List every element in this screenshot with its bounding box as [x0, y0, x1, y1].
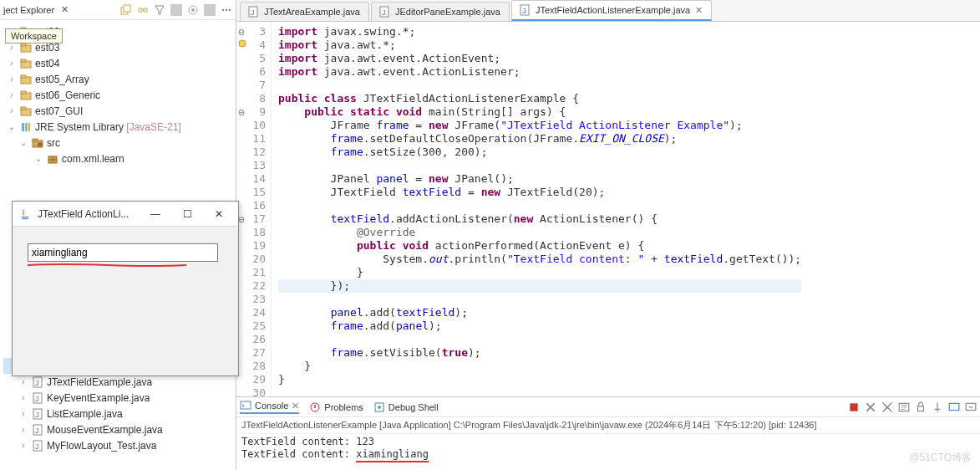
tree-file-item[interactable]: ›JMyFlowLayout_Test.java: [3, 437, 236, 453]
tree-item[interactable]: ›est07_GUI: [3, 103, 236, 119]
link-editor-icon[interactable]: [137, 4, 149, 16]
collapse-all-icon[interactable]: [120, 4, 132, 16]
java-file-icon: J: [32, 424, 43, 436]
view-menu-icon[interactable]: [221, 4, 232, 16]
console-tab[interactable]: Console ✕: [240, 400, 299, 414]
editor-tab[interactable]: JJTextFieldActionListenerExample.java✕: [511, 0, 712, 21]
app-titlebar[interactable]: JTextField ActionLi... — ☐ ✕: [13, 202, 238, 227]
java-file-icon: J: [32, 376, 43, 388]
svg-point-24: [38, 142, 43, 147]
tree-label: MyFlowLayout_Test.java: [47, 440, 156, 452]
svg-rect-23: [33, 139, 38, 141]
tree-file-item[interactable]: ›JMouseEventExample.java: [3, 421, 236, 437]
editor-tabs: JJTextAreaExample.javaJJEditorPaneExampl…: [236, 0, 980, 22]
editor-code[interactable]: import javax.swing.*;import java.awt.*;i…: [272, 22, 801, 396]
java-file-icon: J: [32, 392, 43, 404]
close-tab-icon[interactable]: ✕: [292, 401, 299, 411]
console-tab[interactable]: Debug Shell: [373, 400, 439, 414]
java-file-icon: J: [247, 6, 259, 18]
code-editor[interactable]: ⊖345678⊖910111213141516⊖1718192021222324…: [236, 22, 980, 396]
tree-item[interactable]: ⌄JRE System Library [JavaSE-21]: [3, 119, 236, 135]
filter-icon[interactable]: [154, 4, 165, 16]
tree-label: JTextFieldExample.java: [47, 376, 152, 388]
twisty-icon[interactable]: ›: [18, 377, 28, 386]
display-console-icon[interactable]: [948, 401, 960, 413]
twisty-icon[interactable]: ⌄: [7, 122, 17, 131]
close-tab-icon[interactable]: ✕: [695, 5, 703, 16]
tree-file-item[interactable]: ›JKeyEventExample.java: [3, 390, 236, 406]
close-button[interactable]: ✕: [206, 204, 231, 224]
twisty-icon[interactable]: ›: [18, 409, 28, 418]
tree-label: ListExample.java: [47, 408, 123, 420]
svg-point-5: [226, 8, 228, 11]
minimize-button[interactable]: —: [143, 204, 168, 224]
twisty-icon[interactable]: ›: [18, 393, 28, 402]
tab-label: Problems: [324, 402, 363, 412]
tree-label: com.xml.learn: [62, 153, 124, 165]
twisty-icon[interactable]: ›: [7, 106, 17, 115]
svg-text:J: J: [35, 379, 39, 387]
tree-item[interactable]: ⌄com.xml.learn: [3, 151, 236, 166]
svg-rect-19: [22, 123, 24, 131]
twisty-icon[interactable]: ⌄: [18, 138, 28, 147]
svg-rect-20: [25, 123, 28, 131]
tree-file-item[interactable]: ›JListExample.java: [3, 406, 236, 421]
twisty-icon[interactable]: ›: [7, 90, 17, 100]
tree-item[interactable]: ›est05_Array: [3, 71, 236, 87]
remove-launch-icon[interactable]: [865, 401, 876, 413]
console-tab[interactable]: Problems: [309, 400, 363, 414]
running-app-window[interactable]: JTextField ActionLi... — ☐ ✕: [12, 201, 239, 376]
pin-console-icon[interactable]: [932, 401, 943, 413]
explorer-toolbar: [120, 4, 232, 16]
tree-label: est05_Array: [35, 74, 89, 85]
svg-point-50: [378, 406, 381, 409]
twisty-icon[interactable]: ›: [18, 441, 28, 450]
java-file-icon: J: [519, 4, 531, 16]
java-app-icon: [19, 208, 31, 220]
editor-tab[interactable]: JJTextAreaExample.java: [240, 2, 369, 21]
editor-gutter: ⊖345678⊖910111213141516⊖1718192021222324…: [236, 22, 272, 396]
svg-rect-21: [28, 123, 30, 131]
svg-point-46: [239, 40, 246, 47]
tree-label: MouseEventExample.java: [47, 424, 163, 436]
maximize-button[interactable]: ☐: [175, 204, 200, 224]
tree-label: KeyEventExample.java: [47, 392, 150, 404]
close-view-icon[interactable]: ✕: [58, 4, 72, 15]
console-output[interactable]: TextField content: 123TextField content:…: [236, 434, 980, 470]
tree-item[interactable]: ⌄src: [3, 135, 236, 151]
separator: [170, 4, 182, 16]
watermark: @51CTO博客: [909, 451, 972, 465]
twisty-icon[interactable]: ›: [18, 425, 28, 434]
svg-point-3: [191, 8, 195, 12]
twisty-icon[interactable]: ›: [7, 43, 17, 52]
svg-rect-1: [124, 5, 130, 12]
twisty-icon[interactable]: ›: [7, 59, 17, 68]
editor-tab[interactable]: JJEditorPaneExample.java: [371, 2, 510, 21]
svg-text:J: J: [251, 8, 255, 17]
annotation-underline: [28, 263, 223, 266]
tab-label: Console: [255, 401, 288, 411]
tab-label: Debug Shell: [388, 402, 439, 412]
open-console-icon[interactable]: [965, 401, 977, 413]
tab-label: JEditorPaneExample.java: [395, 7, 500, 17]
folder-icon: [47, 153, 58, 165]
tab-icon: [373, 401, 385, 413]
tree-item[interactable]: ›est04: [3, 55, 236, 71]
jtextfield-input[interactable]: [28, 243, 218, 262]
clear-console-icon[interactable]: [898, 401, 910, 413]
tree-label: src: [47, 137, 60, 149]
console-panel: Console ✕ProblemsDebug Shell JTextFieldA…: [236, 396, 980, 470]
twisty-icon[interactable]: ›: [7, 74, 17, 84]
terminate-icon[interactable]: [848, 401, 860, 413]
scroll-lock-icon[interactable]: [915, 401, 927, 413]
svg-rect-12: [21, 59, 26, 62]
svg-rect-18: [21, 107, 26, 110]
tree-item[interactable]: ›est06_Generic: [3, 87, 236, 103]
twisty-icon[interactable]: ⌄: [33, 154, 43, 163]
svg-text:J: J: [35, 427, 39, 435]
svg-text:J: J: [35, 411, 39, 419]
svg-rect-47: [241, 401, 251, 409]
remove-all-icon[interactable]: [881, 401, 893, 413]
focus-task-icon[interactable]: [187, 4, 199, 16]
tab-label: JTextFieldActionListenerExample.java: [536, 5, 690, 15]
